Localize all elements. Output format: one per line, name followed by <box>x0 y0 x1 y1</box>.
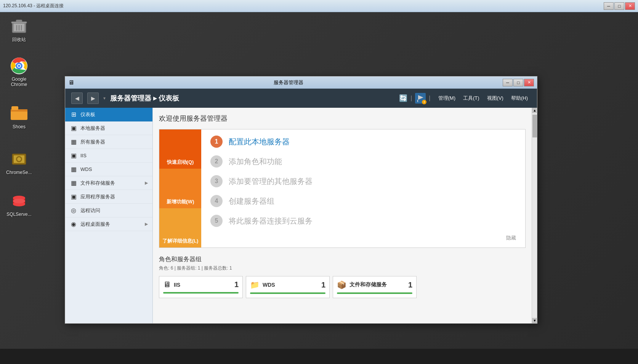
separator1: | <box>410 95 412 102</box>
roles-section-title: 角色和服务器组 <box>159 255 526 263</box>
shoes-label: Shoes <box>13 124 26 129</box>
sidebar-item-remote-desktop[interactable]: ◉ 远程桌面服务 ▶ <box>65 217 152 231</box>
fs-card-bar <box>337 292 412 294</box>
role-card-wds[interactable]: 📁 WDS 1 <box>246 276 330 298</box>
quickstart-panel: 快速启动(Q) 新增功能(W) 了解详细信息(L) 1 配置此本地服务器 <box>159 129 526 248</box>
sidebar-item-wds[interactable]: ▦ WDS <box>65 163 152 176</box>
desktop-icon-chrome[interactable]: Google Chrome <box>4 55 34 89</box>
desktop-icon-recycle-bin[interactable]: 回收站 <box>4 15 34 45</box>
remote-desktop-arrow: ▶ <box>145 222 148 227</box>
fs-card-title: 文件和存储服务 <box>349 281 387 288</box>
nav-dropdown[interactable]: ▾ <box>103 96 106 101</box>
quickstart-btn-3-label: 了解详细信息(L) <box>162 238 199 244</box>
chromese-icon <box>10 150 28 168</box>
desktop-icon-chromese[interactable]: ChromeSe... <box>4 148 34 177</box>
roles-section-subtitle: 角色: 6 | 服务器组: 1 | 服务器总数: 1 <box>159 265 526 271</box>
warning-badge: ! <box>422 100 426 104</box>
desktop-icon-sqlserver[interactable]: SQLServe... <box>4 190 34 219</box>
sidebar-item-dashboard[interactable]: ⊞ 仪表板 <box>65 108 152 121</box>
quickstart-btn-2[interactable]: 新增功能(W) <box>159 169 201 208</box>
scroll-thumb[interactable] <box>532 115 537 137</box>
iis-card-count: 1 <box>234 280 239 289</box>
minimize-btn[interactable]: ─ <box>503 79 513 86</box>
quickstart-btn-1[interactable]: 快速启动(Q) <box>159 129 201 169</box>
flag-container: ! <box>415 93 426 104</box>
view-menu[interactable]: 视图(V) <box>484 93 507 103</box>
sidebar-item-local-server[interactable]: ▣ 本地服务器 <box>65 121 152 135</box>
iis-card-title: IIS <box>174 282 180 288</box>
sqlserver-label: SQLServe... <box>6 212 31 217</box>
desktop-icon-shoes[interactable]: Shoes <box>4 103 34 131</box>
quickstart-right: 1 配置此本地服务器 2 添加角色和功能 3 添加要管理的其他服务器 4 <box>201 129 525 247</box>
close-btn[interactable]: ✕ <box>524 79 534 86</box>
svg-rect-24 <box>417 100 418 102</box>
chrome-label: Google Chrome <box>5 77 33 87</box>
svg-point-11 <box>18 65 20 67</box>
sidebar-iis-label: IIS <box>80 153 87 158</box>
toolbar-actions: 🔄 | ! | <box>399 93 430 104</box>
wds-card-title: WDS <box>263 282 275 288</box>
svg-point-18 <box>17 157 21 161</box>
iis-card-bar <box>163 292 239 294</box>
sidebar-dashboard-label: 仪表板 <box>80 111 95 118</box>
sidebar: ⊞ 仪表板 ▣ 本地服务器 ▦ 所有服务器 ▣ IIS ▦ WDS <box>65 108 153 323</box>
svg-rect-3 <box>11 22 27 23</box>
role-card-iis-header: 🖥 IIS 1 <box>163 280 239 289</box>
fs-card-icon: 📦 <box>337 280 346 289</box>
scroll-down[interactable]: ▼ <box>532 318 537 323</box>
app-toolbar: ◀ ▶ ▾ 服务器管理器 ▸ 仪表板 🔄 | ! | <box>65 89 537 108</box>
role-card-fs-header: 📦 文件和存储服务 1 <box>337 280 412 289</box>
welcome-title: 欢迎使用服务器管理器 <box>159 114 526 123</box>
window-titlebar: 🖥 服务器管理器 ─ □ ✕ <box>65 77 537 89</box>
sidebar-all-servers-label: 所有服务器 <box>80 139 105 145</box>
sidebar-remote-desktop-label: 远程桌面服务 <box>80 221 110 228</box>
tools-menu[interactable]: 工具(T) <box>460 93 483 103</box>
qs-link-5[interactable]: 将此服务器连接到云服务 <box>229 216 313 226</box>
rdp-close-btn[interactable]: ✕ <box>625 2 635 10</box>
scroll-up[interactable]: ▲ <box>532 108 537 113</box>
sidebar-item-remote-access[interactable]: ◎ 远程访问 <box>65 204 152 217</box>
qs-link-4[interactable]: 创建服务器组 <box>229 196 274 206</box>
qs-link-2[interactable]: 添加角色和功能 <box>229 156 282 167</box>
manage-menu[interactable]: 管理(M) <box>435 93 459 103</box>
qs-num-2: 2 <box>210 155 223 168</box>
role-card-iis[interactable]: 🖥 IIS 1 <box>159 276 243 298</box>
rdp-minimize-btn[interactable]: ─ <box>604 2 614 10</box>
scrollbar[interactable]: ▲ ▼ <box>532 108 537 323</box>
sidebar-item-app-server[interactable]: ▣ 应用程序服务器 <box>65 190 152 204</box>
qs-num-3: 3 <box>210 175 223 187</box>
iis-card-icon: 🖥 <box>163 280 171 289</box>
main-area: ⊞ 仪表板 ▣ 本地服务器 ▦ 所有服务器 ▣ IIS ▦ WDS <box>65 108 537 323</box>
sidebar-item-all-servers[interactable]: ▦ 所有服务器 <box>65 135 152 149</box>
sidebar-remote-access-label: 远程访问 <box>80 207 100 214</box>
back-btn[interactable]: ◀ <box>71 93 83 104</box>
svg-marker-25 <box>418 95 423 100</box>
wds-card-icon: 📁 <box>250 280 260 289</box>
role-card-file-storage[interactable]: 📦 文件和存储服务 1 <box>333 276 417 298</box>
recycle-bin-icon <box>10 17 28 35</box>
window-controls: ─ □ ✕ <box>503 79 534 86</box>
quickstart-btn-3[interactable]: 了解详细信息(L) <box>159 208 201 247</box>
sidebar-item-iis[interactable]: ▣ IIS <box>65 149 152 163</box>
scroll-down-arrow[interactable]: ▼ <box>532 318 537 323</box>
help-menu[interactable]: 帮助(H) <box>508 93 531 103</box>
rdp-controls: ─ □ ✕ <box>604 2 635 10</box>
rdp-maximize-btn[interactable]: □ <box>614 2 624 10</box>
refresh-btn[interactable]: 🔄 <box>399 94 407 102</box>
local-server-icon: ▣ <box>70 125 77 132</box>
sidebar-item-file-storage[interactable]: ▦ 文件和存储服务 ▶ <box>65 176 152 190</box>
separator2: | <box>429 95 430 102</box>
qs-item-5: 5 将此服务器连接到云服务 <box>210 215 516 227</box>
qs-link-1[interactable]: 配置此本地服务器 <box>229 137 290 147</box>
window-title: 服务器管理器 <box>74 79 503 86</box>
content-pane: 欢迎使用服务器管理器 快速启动(Q) 新增功能(W) 了解详细信息(L) <box>153 108 532 323</box>
role-card-wds-header: 📁 WDS 1 <box>250 280 325 289</box>
qs-num-5: 5 <box>210 215 223 227</box>
all-servers-icon: ▦ <box>70 138 77 145</box>
quickstart-left: 快速启动(Q) 新增功能(W) 了解详细信息(L) <box>159 129 201 247</box>
maximize-btn[interactable]: □ <box>513 79 523 86</box>
svg-point-23 <box>13 199 25 203</box>
forward-btn[interactable]: ▶ <box>87 93 99 104</box>
qs-link-3[interactable]: 添加要管理的其他服务器 <box>229 176 313 187</box>
hide-btn[interactable]: 隐藏 <box>210 235 516 241</box>
